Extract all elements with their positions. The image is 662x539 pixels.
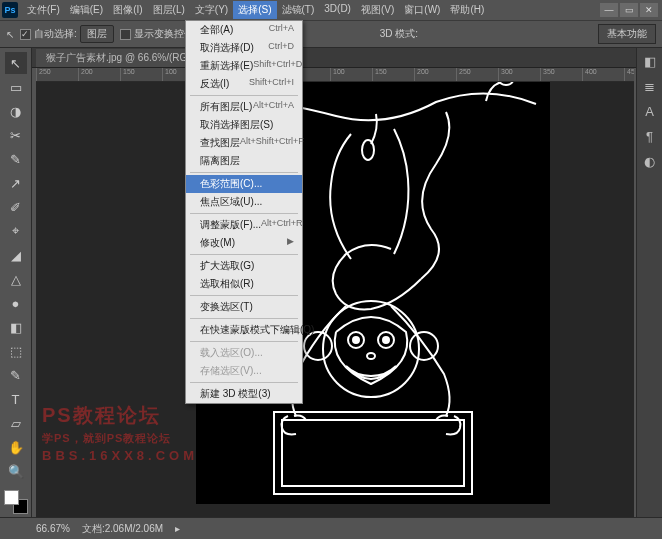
menu-item-色彩范围C[interactable]: 色彩范围(C)... [186,175,302,193]
tool-3[interactable]: ✂ [5,124,27,146]
menu-视图[interactable]: 视图(V) [356,1,399,19]
tool-6[interactable]: ✐ [5,196,27,218]
menu-选择[interactable]: 选择(S) [233,1,276,19]
tool-14[interactable]: T [5,388,27,410]
close-button[interactable]: ✕ [640,3,658,17]
mode-3d-label: 3D 模式: [380,27,418,41]
select-menu-dropdown: 全部(A)Ctrl+A取消选择(D)Ctrl+D重新选择(E)Shift+Ctr… [185,20,303,404]
minimize-button[interactable]: — [600,3,618,17]
tool-5[interactable]: ↗ [5,172,27,194]
svg-rect-12 [282,420,464,486]
menu-item-取消选择图层S[interactable]: 取消选择图层(S) [186,116,302,134]
menu-separator [190,295,298,296]
menu-图层[interactable]: 图层(L) [148,1,190,19]
tool-12[interactable]: ⬚ [5,340,27,362]
watermark-line2: 学PS，就到PS教程论坛 [42,431,198,446]
menu-item-焦点区域U[interactable]: 焦点区域(U)... [186,193,302,211]
svg-point-8 [353,337,359,343]
status-bar: 66.67% 文档:2.06M/2.06M ▸ [0,517,662,539]
menu-文字[interactable]: 文字(Y) [190,1,233,19]
menu-separator [190,382,298,383]
tool-10[interactable]: ● [5,292,27,314]
tool-8[interactable]: ◢ [5,244,27,266]
auto-select-label: 自动选择: [34,27,77,41]
tool-9[interactable]: △ [5,268,27,290]
tool-11[interactable]: ◧ [5,316,27,338]
menu-item-变换选区T[interactable]: 变换选区(T) [186,298,302,316]
tool-7[interactable]: ⌖ [5,220,27,242]
menu-item-扩大选取G[interactable]: 扩大选取(G) [186,257,302,275]
document-tabbar: 猴子广告素材.jpg @ 66.6%/(RGB/8#) [0,48,662,68]
menu-separator [190,213,298,214]
panel-icon-1[interactable]: ≣ [644,79,655,94]
tools-panel: ↖▭◑✂✎↗✐⌖◢△●◧⬚✎T▱✋🔍 [0,48,32,517]
menu-separator [190,318,298,319]
svg-point-5 [410,332,438,360]
svg-point-3 [323,301,419,397]
workspace-switcher[interactable]: 基本功能 [598,24,656,44]
maximize-button[interactable]: ▭ [620,3,638,17]
panel-icon-3[interactable]: ¶ [646,129,653,144]
menu-item-调整蒙版F[interactable]: 调整蒙版(F)...Alt+Ctrl+R [186,216,302,234]
menu-item-全部A[interactable]: 全部(A)Ctrl+A [186,21,302,39]
svg-rect-11 [274,412,472,494]
svg-point-10 [367,353,375,359]
svg-point-1 [362,140,374,160]
menu-item-隔离图层[interactable]: 隔离图层 [186,152,302,170]
menu-separator [190,172,298,173]
menu-item-取消选择D[interactable]: 取消选择(D)Ctrl+D [186,39,302,57]
options-bar: ↖ 自动选择: 图层 显示变换控件 3D 模式: 基本功能 [0,20,662,48]
menu-图像[interactable]: 图像(I) [108,1,147,19]
auto-select-checkbox[interactable] [20,29,31,40]
show-transform-group: 显示变换控件 [120,27,194,41]
menu-item-在快速蒙版模式下编辑Q[interactable]: 在快速蒙版模式下编辑(Q) [186,321,302,339]
panel-icon-4[interactable]: ◐ [644,154,655,169]
menu-separator [190,95,298,96]
panels-dock: ◧≣A¶◐ [636,48,662,517]
tool-16[interactable]: ✋ [5,436,27,458]
auto-select-dropdown[interactable]: 图层 [80,25,114,43]
menu-separator [190,341,298,342]
menu-item-存储选区V: 存储选区(V)... [186,362,302,380]
menu-item-选取相似R[interactable]: 选取相似(R) [186,275,302,293]
svg-point-9 [383,337,389,343]
show-transform-checkbox[interactable] [120,29,131,40]
tool-1[interactable]: ▭ [5,76,27,98]
watermark-line3: BBS.16XX8.COM [42,448,198,463]
svg-point-2 [499,82,513,85]
menu-item-反选I[interactable]: 反选(I)Shift+Ctrl+I [186,75,302,93]
menu-item-载入选区O: 载入选区(O)... [186,344,302,362]
tool-13[interactable]: ✎ [5,364,27,386]
menu-3D[interactable]: 3D(D) [319,1,356,19]
menu-帮助[interactable]: 帮助(H) [445,1,489,19]
menu-item-查找图层[interactable]: 查找图层Alt+Shift+Ctrl+F [186,134,302,152]
menu-item-新建 3D 模型3[interactable]: 新建 3D 模型(3) [186,385,302,403]
move-tool-icon: ↖ [6,29,14,40]
watermark: PS教程论坛 学PS，就到PS教程论坛 BBS.16XX8.COM [42,402,198,463]
status-arrow-icon[interactable]: ▸ [175,523,180,534]
menu-滤镜[interactable]: 滤镜(T) [277,1,320,19]
tool-0[interactable]: ↖ [5,52,27,74]
menu-编辑[interactable]: 编辑(E) [65,1,108,19]
app-icon: Ps [2,2,18,18]
panel-icon-0[interactable]: ◧ [644,54,656,69]
tool-2[interactable]: ◑ [5,100,27,122]
window-controls: — ▭ ✕ [600,3,662,17]
watermark-line1: PS教程论坛 [42,402,198,429]
tool-17[interactable]: 🔍 [5,460,27,482]
menu-文件[interactable]: 文件(F) [22,1,65,19]
zoom-level[interactable]: 66.67% [36,523,70,534]
menu-item-重新选择E[interactable]: 重新选择(E)Shift+Ctrl+D [186,57,302,75]
panel-icon-2[interactable]: A [645,104,654,119]
doc-size: 文档:2.06M/2.06M [82,522,163,536]
menu-窗口[interactable]: 窗口(W) [399,1,445,19]
menu-item-修改M[interactable]: 修改(M)▶ [186,234,302,252]
color-swatches[interactable] [4,490,28,514]
menu-separator [190,254,298,255]
menu-item-所有图层L[interactable]: 所有图层(L)Alt+Ctrl+A [186,98,302,116]
tool-15[interactable]: ▱ [5,412,27,434]
ruler-horizontal: 2502001501005005010015020025030035040045… [36,68,634,82]
tool-4[interactable]: ✎ [5,148,27,170]
canvas-area[interactable]: PS教程论坛 学PS，就到PS教程论坛 BBS.16XX8.COM [36,82,634,517]
menubar: Ps 文件(F)编辑(E)图像(I)图层(L)文字(Y)选择(S)滤镜(T)3D… [0,0,662,20]
